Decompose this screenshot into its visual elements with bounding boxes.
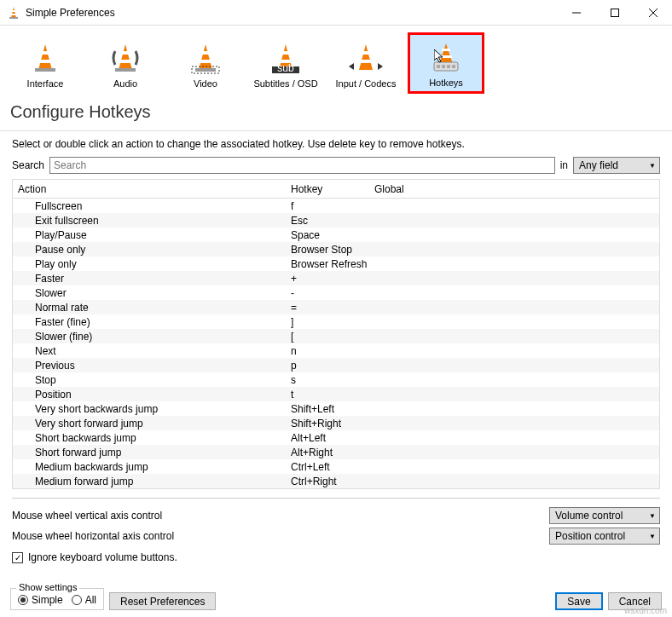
cell-action: Position: [13, 389, 286, 401]
col-hotkey-header[interactable]: Hotkey: [286, 183, 369, 195]
cell-hotkey: s: [286, 374, 369, 386]
video-cone-icon: [188, 41, 223, 75]
table-row[interactable]: Medium backwards jumpCtrl+Left: [13, 459, 659, 474]
svg-marker-39: [434, 49, 443, 62]
svg-rect-28: [360, 60, 372, 63]
tab-audio[interactable]: Audio: [87, 32, 164, 94]
tab-subtitles[interactable]: sub Subtitles / OSD: [247, 32, 324, 94]
maximize-button[interactable]: [595, 0, 634, 26]
table-row[interactable]: Stops: [13, 372, 659, 387]
table-row[interactable]: Very short backwards jumpShift+Left: [13, 401, 659, 416]
table-row[interactable]: Faster (fine)]: [13, 314, 659, 329]
cell-action: Exit fullscreen: [13, 215, 286, 227]
window-title: Simple Preferences: [26, 7, 557, 19]
table-row[interactable]: Medium forward jumpCtrl+Right: [13, 474, 659, 488]
svg-rect-22: [281, 51, 290, 55]
svg-marker-8: [38, 44, 52, 70]
cell-action: Faster: [13, 273, 286, 285]
cell-action: Very short forward jump: [13, 418, 286, 430]
search-field-select[interactable]: Any field ▼: [573, 157, 660, 174]
svg-rect-17: [201, 51, 210, 55]
wheel-h-select[interactable]: Position control ▼: [549, 528, 660, 545]
svg-rect-37: [447, 65, 450, 68]
chevron-down-icon: ▼: [649, 533, 656, 540]
cell-action: Medium backwards jump: [13, 461, 286, 473]
table-row[interactable]: Slower-: [13, 285, 659, 300]
table-row[interactable]: Short forward jumpAlt+Right: [13, 445, 659, 459]
tab-label: Subtitles / OSD: [253, 78, 317, 89]
radio-simple[interactable]: Simple: [18, 594, 63, 606]
table-row[interactable]: Play/PauseSpace: [13, 228, 659, 242]
vlc-cone-icon: [7, 6, 20, 20]
cell-hotkey: =: [286, 302, 369, 314]
svg-rect-18: [200, 60, 211, 63]
table-row[interactable]: Slower (fine)[: [13, 329, 659, 343]
cell-hotkey: Ctrl+Right: [286, 476, 369, 487]
divider: [0, 130, 672, 131]
tab-hotkeys[interactable]: Hotkeys: [408, 32, 484, 94]
wheel-v-select[interactable]: Volume control ▼: [549, 507, 660, 524]
table-row[interactable]: Play onlyBrowser Refresh: [13, 257, 659, 271]
tab-label: Video: [194, 78, 217, 89]
minimize-button[interactable]: [557, 0, 595, 26]
col-global-header[interactable]: Global: [369, 183, 659, 195]
svg-rect-5: [611, 9, 618, 16]
table-row[interactable]: Positiont: [13, 387, 659, 401]
cell-hotkey: Space: [286, 229, 369, 241]
interface-cone-icon: [28, 41, 62, 75]
subtitles-cone-icon: sub: [269, 41, 303, 75]
svg-marker-12: [119, 44, 132, 70]
table-row[interactable]: Short backwards jumpAlt+Left: [13, 430, 659, 445]
svg-rect-15: [115, 68, 136, 72]
cell-hotkey: Browser Stop: [286, 244, 369, 256]
show-settings-group: Show settings Simple All: [10, 588, 104, 610]
divider: [12, 498, 660, 499]
table-row[interactable]: Fullscreenf: [13, 199, 659, 213]
cell-action: Short backwards jump: [13, 432, 286, 444]
cell-hotkey: Alt+Left: [286, 432, 369, 444]
cursor-icon: [434, 49, 448, 63]
codecs-cone-icon: [349, 41, 383, 75]
radio-all[interactable]: All: [72, 594, 96, 606]
table-row[interactable]: Normal rate=: [13, 300, 659, 314]
ignore-kb-row: ✓ Ignore keyboard volume buttons.: [0, 546, 672, 568]
cell-hotkey: -: [286, 287, 369, 299]
svg-rect-11: [35, 68, 55, 72]
tab-label: Interface: [27, 78, 64, 89]
reset-preferences-button[interactable]: Reset Preferences: [109, 592, 216, 610]
table-row[interactable]: Previousp: [13, 358, 659, 372]
svg-rect-36: [442, 65, 445, 68]
wheel-h-row: Mouse wheel horizontal axis control Posi…: [0, 526, 672, 546]
cell-action: Fullscreen: [13, 200, 286, 212]
select-value: Any field: [579, 159, 618, 171]
ignore-kb-label: Ignore keyboard volume buttons.: [28, 551, 177, 563]
category-tabs: Interface Audio Video sub Subtitles / OS…: [0, 26, 672, 97]
audio-cone-icon: [108, 41, 142, 75]
save-button[interactable]: Save: [555, 592, 602, 610]
page-title: Configure Hotkeys: [0, 97, 672, 130]
hotkey-table: Action Hotkey Global FullscreenfExit ful…: [12, 179, 660, 489]
tab-input-codecs[interactable]: Input / Codecs: [327, 32, 404, 94]
tab-interface[interactable]: Interface: [7, 32, 84, 94]
table-row[interactable]: Exit fullscreenEsc: [13, 213, 659, 228]
svg-rect-14: [119, 60, 131, 63]
table-row[interactable]: Faster+: [13, 271, 659, 285]
chevron-down-icon: ▼: [649, 512, 656, 520]
table-row[interactable]: Very short forward jumpShift+Right: [13, 416, 659, 430]
svg-rect-10: [39, 60, 51, 63]
cell-action: Short forward jump: [13, 447, 286, 458]
ignore-kb-checkbox[interactable]: ✓: [12, 552, 23, 563]
cell-action: Normal rate: [13, 302, 286, 314]
close-button[interactable]: [634, 0, 672, 26]
tab-video[interactable]: Video: [167, 32, 244, 94]
tab-label: Input / Codecs: [336, 78, 397, 89]
search-input[interactable]: [49, 157, 555, 174]
table-row[interactable]: Pause onlyBrowser Stop: [13, 242, 659, 257]
table-row[interactable]: Nextn: [13, 343, 659, 358]
search-label: Search: [12, 159, 44, 171]
in-label: in: [560, 159, 568, 171]
cell-hotkey: [: [286, 331, 369, 343]
col-action-header[interactable]: Action: [13, 183, 286, 195]
info-text: Select or double click an action to chan…: [0, 138, 672, 157]
select-value: Position control: [555, 530, 625, 542]
